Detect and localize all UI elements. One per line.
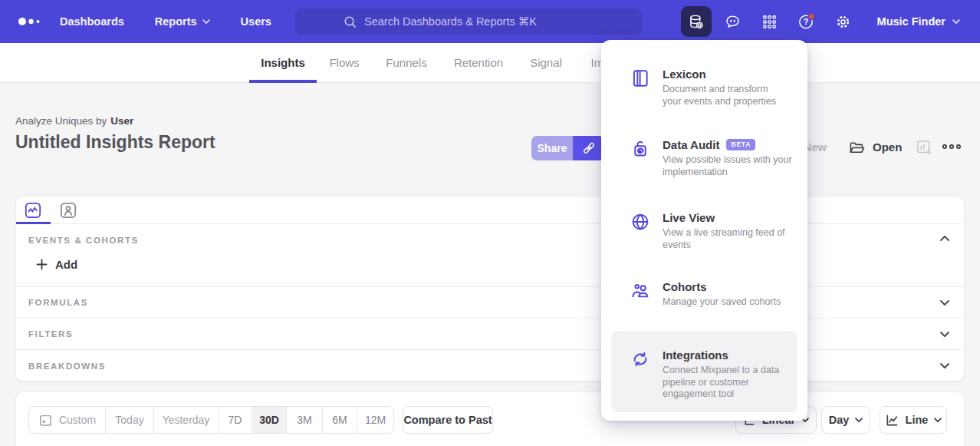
range-6m[interactable]: 6M [323, 407, 357, 433]
link-icon [581, 140, 597, 156]
chart-type-dropdown[interactable]: Line [880, 406, 947, 434]
nav-link-users[interactable]: Users [241, 15, 271, 28]
help-icon[interactable]: ? [791, 6, 822, 37]
formulas-section[interactable]: FORMULAS [16, 287, 964, 319]
range-12m[interactable]: 12M [357, 407, 393, 433]
search-input[interactable] [364, 15, 594, 28]
add-label: Add [55, 258, 77, 271]
nav-link-dashboards[interactable]: Dashboards [60, 15, 124, 28]
menu-item-description: Document and transform your events and p… [663, 84, 776, 107]
breakdowns-section[interactable]: BREAKDOWNS [16, 350, 964, 382]
plus-icon [36, 259, 48, 270]
search-icon [343, 15, 357, 29]
menu-item-title: Live View [663, 211, 715, 224]
menu-item-lexicon[interactable]: Lexicon Document and transform your even… [601, 68, 807, 107]
eyebrow-prefix: Analyze Uniques by [15, 115, 107, 127]
project-selector[interactable]: Music Finder [877, 15, 960, 28]
section-label: BREAKDOWNS [28, 362, 106, 371]
open-report-button[interactable]: Open [848, 139, 902, 155]
add-event-button[interactable]: Add [36, 258, 77, 271]
add-to-dashboard-button[interactable] [916, 139, 933, 157]
profile-view-tab-icon[interactable] [59, 201, 77, 220]
global-search[interactable] [295, 8, 642, 35]
filters-section[interactable]: FILTERS [16, 319, 964, 350]
app-grid-icon[interactable] [755, 6, 785, 37]
tab-retention[interactable]: Retention [454, 43, 503, 83]
segment-label: Custom [59, 414, 96, 426]
add-chart-icon [916, 139, 933, 157]
chart-controls-card: Custom Today Yesterday 7D 30D 3M 6M 12M … [15, 391, 965, 446]
report-tabbar: Insights Flows Funnels Retention Signal … [0, 43, 980, 83]
menu-item-description: Connect Mixpanel to a data pipeline or c… [663, 365, 779, 401]
menu-item-integrations[interactable]: Integrations Connect Mixpanel to a data … [611, 331, 797, 401]
menu-item-description: Manage your saved cohorts [663, 296, 781, 309]
date-range-segmented-control: Custom Today Yesterday 7D 30D 3M 6M 12M [28, 406, 394, 434]
nav-link-label: Users [241, 15, 271, 28]
chevron-up-icon[interactable] [939, 235, 950, 242]
menu-item-description: View a live streaming feed of events [663, 227, 785, 251]
tab-funnels[interactable]: Funnels [386, 43, 426, 83]
report-title[interactable]: Untitled Insights Report [15, 132, 215, 153]
range-30d[interactable]: 30D [252, 407, 287, 433]
nav-link-label: Dashboards [60, 15, 124, 28]
cohorts-people-icon [630, 281, 650, 301]
live-view-globe-icon [630, 212, 650, 232]
section-label: FORMULAS [28, 298, 88, 307]
svg-text:?: ? [803, 17, 808, 26]
navbar-right-actions: ? Music Finder [681, 0, 980, 43]
nav-link-label: Reports [155, 15, 197, 28]
compare-label: Compare to Past [403, 414, 492, 426]
top-navbar: Dashboards Reports Users [0, 0, 980, 43]
range-7d[interactable]: 7D [219, 407, 252, 433]
menu-item-data-audit[interactable]: Data Audit BETA View possible issues wit… [601, 138, 807, 178]
interval-label: Day [829, 414, 850, 426]
menu-item-title: Lexicon [663, 68, 706, 81]
compare-to-past-button[interactable]: Compare to Past [403, 406, 493, 434]
feedback-icon[interactable] [718, 6, 748, 37]
mixpanel-logo-icon[interactable] [17, 15, 44, 28]
menu-item-integrations-highlight[interactable]: Integrations Connect Mixpanel to a data … [611, 331, 797, 412]
range-yesterday[interactable]: Yesterday [154, 407, 219, 433]
share-group: Share [531, 136, 604, 160]
data-management-dropdown-panel: Lexicon Document and transform your even… [601, 40, 807, 421]
lexicon-book-icon [630, 68, 650, 88]
active-tab-underline [249, 80, 317, 83]
builder-view-tabs [16, 197, 964, 224]
tab-flows[interactable]: Flows [329, 43, 359, 83]
share-button[interactable]: Share [531, 136, 573, 160]
settings-gear-icon[interactable] [828, 6, 859, 37]
tab-insights[interactable]: Insights [261, 43, 305, 83]
eyebrow-value[interactable]: User [110, 115, 133, 127]
chart-view-tab-icon[interactable] [24, 201, 42, 220]
nav-link-reports[interactable]: Reports [155, 15, 210, 28]
events-cohorts-section: EVENTS & COHORTS Add [16, 224, 964, 287]
nav-links: Dashboards Reports Users [60, 15, 271, 28]
line-chart-icon [885, 413, 899, 428]
menu-item-title: Cohorts [663, 280, 707, 293]
tab-signal[interactable]: Signal [530, 43, 562, 83]
more-options-button[interactable] [942, 144, 962, 150]
data-audit-lock-icon [630, 139, 650, 159]
range-custom[interactable]: Custom [29, 407, 106, 433]
copy-link-button[interactable] [573, 136, 604, 160]
project-name: Music Finder [877, 15, 945, 28]
data-management-icon[interactable] [681, 6, 712, 37]
query-builder-card: EVENTS & COHORTS Add FORMULAS FILTERS BR… [15, 196, 965, 382]
folder-open-icon [848, 139, 866, 155]
chevron-down-icon [939, 299, 950, 306]
chart-type-label: Line [906, 414, 929, 426]
chevron-down-icon [202, 19, 210, 25]
chevron-down-icon [855, 418, 863, 423]
range-today[interactable]: Today [106, 407, 154, 433]
chevron-down-icon [934, 418, 942, 423]
menu-item-title: Data Audit [663, 138, 719, 151]
beta-badge: BETA [726, 139, 755, 150]
menu-item-description: View possible issues with your implement… [663, 154, 792, 178]
range-3m[interactable]: 3M [287, 407, 323, 433]
menu-item-cohorts[interactable]: Cohorts Manage your saved cohorts [601, 280, 807, 309]
notification-dot [808, 14, 814, 20]
interval-dropdown[interactable]: Day [821, 406, 870, 434]
menu-item-live-view[interactable]: Live View View a live streaming feed of … [601, 211, 807, 251]
chevron-down-icon [939, 331, 950, 338]
open-label: Open [873, 140, 902, 154]
